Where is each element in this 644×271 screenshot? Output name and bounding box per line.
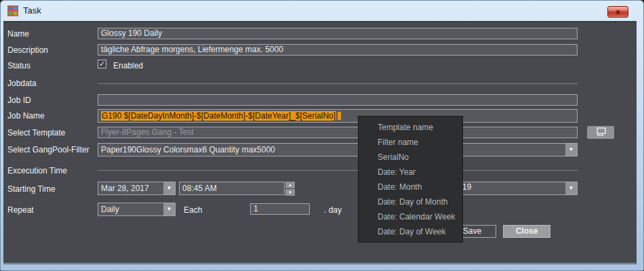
- selection-caret-nub: [338, 112, 341, 120]
- description-input[interactable]: tägliche Abfrage morgens, Liefermenge ma…: [98, 44, 578, 56]
- context-menu: Template name Filter name SerialNo Date:…: [358, 116, 463, 243]
- close-button[interactable]: Close: [503, 225, 550, 238]
- arrow-down-icon: ▼: [288, 190, 292, 194]
- job-name-selected-text: G190 $[DateDayInMonth]-$[DateMonth]-$[Da…: [101, 111, 336, 121]
- chevron-down-icon[interactable]: ▼: [163, 182, 175, 194]
- spin-up-button[interactable]: ▲: [285, 182, 295, 188]
- enabled-checkbox[interactable]: ✓: [98, 60, 106, 68]
- task-dialog-window: Task x Name Glossy 190 Daily Description…: [0, 0, 644, 271]
- job-id-input[interactable]: [98, 94, 578, 106]
- repeat-label: Repeat: [7, 205, 34, 215]
- chevron-down-icon[interactable]: ▼: [565, 144, 577, 156]
- select-gangpool-filter-label: Select GangPool-Filter: [7, 144, 89, 155]
- time-spinner: ▲ ▼: [285, 182, 295, 196]
- monitor-icon: [593, 127, 608, 138]
- context-menu-item-date-calendar-week[interactable]: Date: Calendar Week: [359, 209, 462, 224]
- window-close-button[interactable]: x: [607, 6, 628, 18]
- select-template-input[interactable]: Flyer-8Pages Gang - Test: [98, 127, 578, 138]
- gangpool-filter-select[interactable]: Paper190Glossy Colorsmax6 Quantity max50…: [98, 143, 578, 157]
- interval-input[interactable]: 1: [250, 203, 310, 215]
- job-id-label: Job ID: [7, 95, 31, 106]
- arrow-up-icon: ▲: [288, 183, 292, 187]
- gangpool-filter-value: Paper190Glossy Colorsmax6 Quantity max50…: [101, 145, 275, 154]
- each-label: Each: [184, 205, 202, 215]
- checkmark-icon: ✓: [99, 60, 105, 68]
- starting-time-label: Starting Time: [7, 184, 56, 194]
- context-menu-item-serialno[interactable]: SerialNo: [359, 150, 462, 165]
- end-date-select[interactable]: 19 ▼: [459, 182, 578, 195]
- window-title: Task: [23, 5, 41, 16]
- chevron-down-icon[interactable]: ▼: [163, 203, 175, 215]
- day-unit-label: . day: [324, 205, 342, 215]
- description-label: Description: [7, 45, 48, 56]
- context-menu-item-template-name[interactable]: Template name: [359, 120, 462, 135]
- app-icon: [7, 5, 18, 16]
- execution-time-section-label: Excecution Time: [7, 165, 67, 176]
- context-menu-item-date-day-of-week[interactable]: Date: Day of Week: [359, 224, 462, 239]
- repeat-value: Daily: [101, 205, 119, 214]
- jobdata-section-divider: [98, 83, 578, 84]
- start-date-value: Mar 28, 2017: [101, 184, 149, 193]
- titlebar[interactable]: Task x: [1, 1, 643, 21]
- close-icon: x: [616, 8, 620, 16]
- context-menu-item-date-day-of-month[interactable]: Date: Day of Month: [359, 194, 462, 209]
- status-label: Status: [7, 60, 31, 71]
- job-name-input[interactable]: G190 $[DateDayInMonth]-$[DateMonth]-$[Da…: [98, 109, 578, 123]
- context-menu-item-filter-name[interactable]: Filter name: [359, 135, 462, 150]
- start-time-input[interactable]: 08:45 AM: [179, 182, 285, 195]
- enabled-checkbox-label: Enabled: [113, 60, 143, 71]
- spin-down-button[interactable]: ▼: [285, 189, 295, 196]
- bottom-edge-highlight: [3, 263, 636, 264]
- end-date-visible-text: 19: [462, 182, 471, 192]
- name-input[interactable]: Glossy 190 Daily: [98, 28, 578, 39]
- name-label: Name: [7, 28, 29, 39]
- jobdata-section-label: Jobdata: [7, 78, 37, 89]
- execution-time-section-divider: [98, 170, 578, 171]
- browse-template-button[interactable]: [587, 126, 614, 139]
- context-menu-item-date-month[interactable]: Date: Month: [359, 180, 462, 194]
- repeat-select[interactable]: Daily ▼: [98, 203, 176, 216]
- start-date-select[interactable]: Mar 28, 2017 ▼: [98, 182, 176, 195]
- context-menu-item-date-year[interactable]: Date: Year: [359, 165, 462, 180]
- select-template-label: Select Template: [7, 127, 65, 138]
- chevron-down-icon[interactable]: ▼: [565, 182, 577, 194]
- job-name-label: Job Name: [7, 110, 45, 121]
